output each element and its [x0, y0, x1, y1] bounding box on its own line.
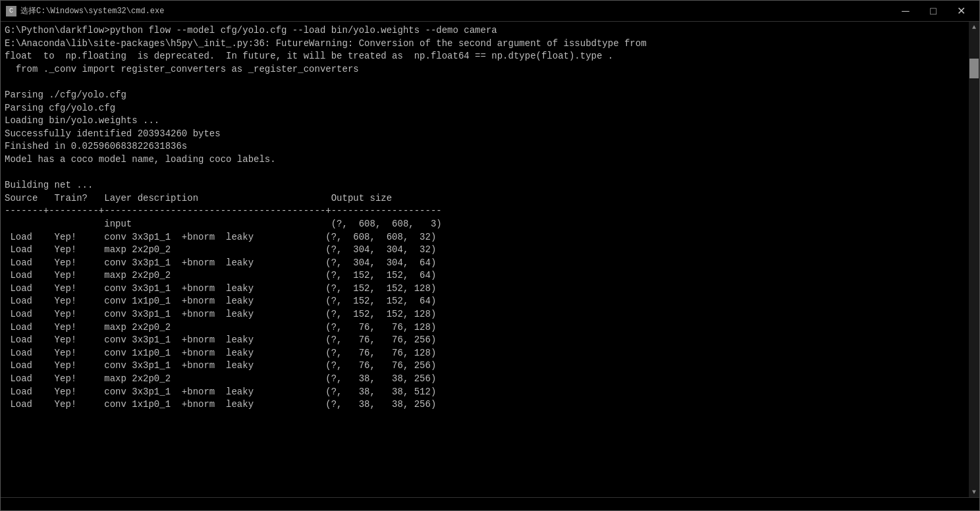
window-content: G:\Python\darkflow>python flow --model c… [1, 22, 979, 497]
minimize-button[interactable]: ─ [892, 2, 919, 20]
scrollbar-thumb[interactable] [969, 59, 979, 78]
maximize-button[interactable]: □ [920, 2, 946, 20]
window-title: 选择C:\Windows\system32\cmd.exe [20, 5, 974, 16]
statusbar [1, 497, 979, 510]
icon-label: C [9, 7, 13, 14]
scrollbar[interactable]: ▲ ▼ [969, 22, 979, 497]
scroll-down-arrow[interactable]: ▼ [969, 487, 979, 497]
window-icon: C [6, 6, 16, 16]
close-button[interactable]: ✕ [948, 2, 974, 20]
terminal-output[interactable]: G:\Python\darkflow>python flow --model c… [1, 22, 969, 497]
scrollbar-track[interactable] [969, 32, 979, 487]
titlebar: C 选择C:\Windows\system32\cmd.exe ─ □ ✕ [1, 1, 979, 22]
cmd-window: C 选择C:\Windows\system32\cmd.exe ─ □ ✕ G:… [0, 0, 980, 511]
window-controls: ─ □ ✕ [892, 2, 974, 20]
scroll-up-arrow[interactable]: ▲ [969, 22, 979, 32]
